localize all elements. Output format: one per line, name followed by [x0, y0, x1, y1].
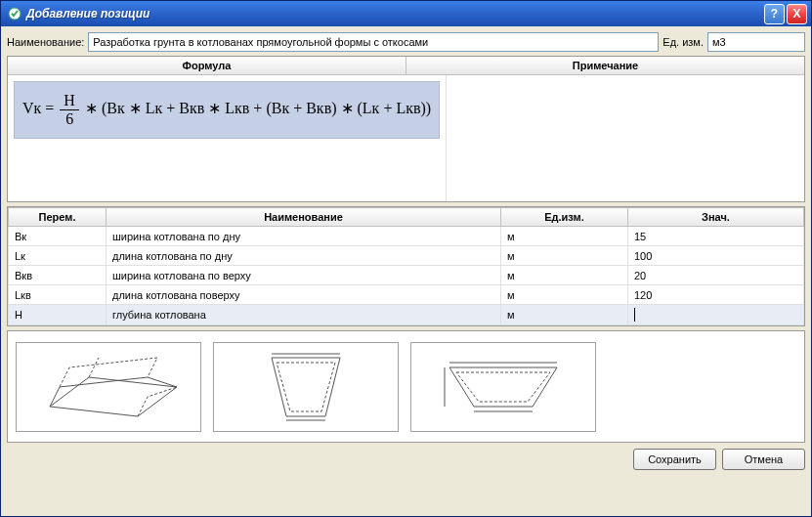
- cell-var[interactable]: Bкв: [9, 266, 107, 285]
- formula-expression: Vк = H 6 ∗ (Bк ∗ Lк + Bкв ∗ Lкв + (Bк + …: [14, 81, 440, 139]
- table-row[interactable]: Bкширина котлована по днум15: [9, 227, 804, 246]
- name-input[interactable]: [88, 32, 659, 52]
- table-row[interactable]: Hглубина котлованам: [9, 305, 804, 325]
- cell-val[interactable]: [628, 305, 804, 325]
- col-name-header[interactable]: Наименование: [107, 208, 501, 227]
- diagram-section-icon[interactable]: [410, 342, 596, 432]
- titlebar[interactable]: Добавление позиции ? X: [1, 1, 811, 26]
- col-val-header[interactable]: Знач.: [628, 208, 804, 227]
- note-header: Примечание: [406, 57, 804, 74]
- cancel-button[interactable]: Отмена: [722, 449, 805, 470]
- note-cell[interactable]: [447, 75, 804, 201]
- formula-panel: Формула Примечание Vк = H 6 ∗ (Bк ∗ Lк +…: [7, 56, 805, 202]
- variables-table: Перем. Наименование Ед.изм. Знач. Bкшири…: [8, 207, 804, 325]
- table-row[interactable]: Bквширина котлована по верхум20: [9, 266, 804, 285]
- cell-unit[interactable]: м: [501, 246, 628, 266]
- cell-name[interactable]: длина котлована по дну: [107, 246, 501, 266]
- content-area: Наименование: Ед. изм. Формула Примечани…: [1, 26, 811, 516]
- svg-marker-6: [449, 367, 557, 407]
- diagram-3d-icon[interactable]: [16, 342, 201, 432]
- cell-var[interactable]: Lк: [9, 246, 107, 266]
- cell-name[interactable]: ширина котлована по верху: [107, 266, 501, 285]
- cell-name[interactable]: длина котлована поверху: [107, 285, 501, 305]
- diagram-side-icon[interactable]: [213, 342, 399, 432]
- cell-name[interactable]: глубина котлована: [107, 305, 501, 325]
- cell-var[interactable]: H: [9, 305, 107, 325]
- unit-input[interactable]: [707, 32, 805, 52]
- help-button[interactable]: ?: [764, 4, 785, 24]
- save-button[interactable]: Сохранить: [633, 449, 716, 470]
- cell-name[interactable]: ширина котлована по дну: [107, 227, 501, 246]
- svg-marker-3: [272, 358, 340, 416]
- svg-marker-1: [50, 377, 177, 416]
- cell-unit[interactable]: м: [501, 227, 628, 246]
- table-row[interactable]: Lкдлина котлована по днум100: [9, 246, 804, 266]
- unit-label: Ед. изм.: [662, 36, 704, 48]
- formula-header: Формула: [8, 57, 406, 74]
- dialog-window: Добавление позиции ? X Наименование: Ед.…: [0, 0, 812, 517]
- name-label: Наименование:: [7, 36, 84, 48]
- col-var-header[interactable]: Перем.: [9, 208, 107, 227]
- col-unit-header[interactable]: Ед.изм.: [501, 208, 628, 227]
- name-row: Наименование: Ед. изм.: [7, 32, 805, 52]
- app-icon: [7, 6, 22, 22]
- cell-val[interactable]: 20: [628, 266, 804, 285]
- formula-cell[interactable]: Vк = H 6 ∗ (Bк ∗ Lк + Bкв ∗ Lкв + (Bк + …: [8, 75, 447, 201]
- cell-unit[interactable]: м: [501, 305, 628, 325]
- cell-val[interactable]: 120: [628, 285, 804, 305]
- cell-unit[interactable]: м: [501, 266, 628, 285]
- table-row[interactable]: Lквдлина котлована поверхум120: [9, 285, 804, 305]
- cell-var[interactable]: Bк: [9, 227, 107, 246]
- window-title: Добавление позиции: [26, 7, 764, 21]
- cell-var[interactable]: Lкв: [9, 285, 107, 305]
- close-button[interactable]: X: [787, 4, 807, 24]
- images-panel: [7, 330, 805, 443]
- cell-unit[interactable]: м: [501, 285, 628, 305]
- variables-panel: Перем. Наименование Ед.изм. Знач. Bкшири…: [7, 206, 805, 326]
- svg-line-2: [89, 358, 99, 377]
- cell-val[interactable]: 100: [628, 246, 804, 266]
- button-row: Сохранить Отмена: [7, 447, 805, 470]
- cell-val[interactable]: 15: [628, 227, 804, 246]
